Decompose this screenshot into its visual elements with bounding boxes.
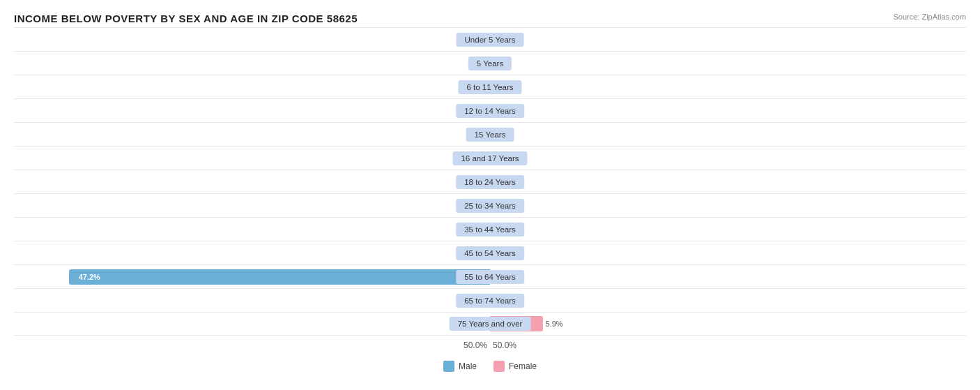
bar-row: 0.0%5.9%75 Years and over [14,312,966,336]
right-section: 0.0% [490,147,966,170]
bar-label: 35 to 44 Years [456,223,524,237]
bar-row: 0.0%0.0%6 to 11 Years [14,75,966,98]
right-section: 0.0% [490,75,966,99]
legend-female-box [493,361,505,372]
axis-left-label: 50.0% [464,340,487,350]
bar-label: 45 to 54 Years [456,246,524,260]
left-section: 0.0% [14,75,490,99]
chart-container: INCOME BELOW POVERTY BY SEX AND AGE IN Z… [0,0,980,390]
bar-row-inner: 0.0%0.0%18 to 24 Years [14,170,966,194]
bar-row-inner: 0.0%0.0%15 Years [14,123,966,147]
bar-row: 0.0%0.0%35 to 44 Years [14,217,966,241]
right-section: 0.0% [490,289,966,313]
bar-row: 0.0%0.0%25 to 34 Years [14,193,966,217]
bar-row: 0.0%0.0%5 Years [14,51,966,75]
bar-row-inner: 0.0%0.0%35 to 44 Years [14,218,966,241]
bar-row-inner: 0.0%0.0%12 to 14 Years [14,99,966,123]
left-section: 0.0% [14,241,490,265]
bar-label: 5 Years [468,57,512,70]
right-section: 0.0% [490,28,966,52]
legend-female-label: Female [509,361,537,371]
chart-title: INCOME BELOW POVERTY BY SEX AND AGE IN Z… [14,13,358,24]
left-section: 0.0% [14,99,490,123]
male-bar [69,269,490,285]
bar-row-inner: 0.0%0.0%Under 5 Years [14,28,966,52]
male-value: 47.2% [79,273,100,281]
legend: Male Female [14,361,966,372]
bar-row-inner: 0.0%0.0%16 and 17 Years [14,147,966,170]
bar-row-inner: 0.0%0.0%5 Years [14,52,966,75]
right-section: 5.9% [490,312,966,336]
bar-label: 18 to 24 Years [456,175,524,189]
bar-row-inner: 0.0%0.0%45 to 54 Years [14,241,966,265]
left-section: 47.2% [14,265,490,289]
right-section: 0.0% [490,99,966,123]
right-section: 0.0% [490,241,966,265]
bar-row: 0.0%0.0%Under 5 Years [14,27,966,51]
bar-label: 55 to 64 Years [456,270,524,284]
bar-label: 15 Years [466,128,514,142]
bar-row: 0.0%0.0%18 to 24 Years [14,170,966,193]
bar-row: 0.0%0.0%65 to 74 Years [14,288,966,312]
bar-label: 65 to 74 Years [456,294,524,308]
legend-female: Female [493,361,537,372]
bar-label: 6 to 11 Years [458,80,521,94]
bar-row-inner: 47.2%0.0%55 to 64 Years [14,265,966,289]
left-section: 0.0% [14,289,490,313]
left-section: 0.0% [14,28,490,52]
bar-row-inner: 0.0%5.9%75 Years and over [14,312,966,336]
left-section: 0.0% [14,123,490,147]
axis-row: 50.0% 50.0% [14,336,966,355]
bar-row: 0.0%0.0%12 to 14 Years [14,98,966,122]
left-section: 0.0% [14,170,490,194]
female-value: 5.9% [546,320,563,328]
bar-row-inner: 0.0%0.0%6 to 11 Years [14,75,966,99]
bar-row: 0.0%0.0%45 to 54 Years [14,241,966,264]
bar-label: 16 and 17 Years [452,151,527,165]
right-section: 0.0% [490,218,966,241]
chart-area: 0.0%0.0%Under 5 Years0.0%0.0%5 Years0.0%… [14,27,966,336]
bar-row-inner: 0.0%0.0%25 to 34 Years [14,194,966,218]
right-section: 0.0% [490,123,966,147]
right-section: 0.0% [490,265,966,289]
bar-row: 0.0%0.0%15 Years [14,122,966,146]
left-section: 0.0% [14,147,490,170]
bar-label: 12 to 14 Years [456,104,524,118]
left-section: 0.0% [14,194,490,218]
legend-male-box [443,361,454,372]
legend-male-label: Male [459,361,477,371]
legend-male: Male [443,361,477,372]
bar-row-inner: 0.0%0.0%65 to 74 Years [14,289,966,313]
bar-label: 25 to 34 Years [456,199,524,213]
chart-source: Source: ZipAtlas.com [893,13,966,21]
left-section: 0.0% [14,218,490,241]
left-section: 0.0% [14,52,490,75]
right-section: 0.0% [490,52,966,75]
bar-label: Under 5 Years [457,33,524,47]
bar-label: 75 Years and over [450,317,531,331]
left-section: 0.0% [14,312,490,336]
axis-right-label: 50.0% [493,340,516,350]
right-section: 0.0% [490,194,966,218]
bar-row: 0.0%0.0%16 and 17 Years [14,146,966,170]
right-section: 0.0% [490,170,966,194]
bar-row: 47.2%0.0%55 to 64 Years [14,264,966,288]
